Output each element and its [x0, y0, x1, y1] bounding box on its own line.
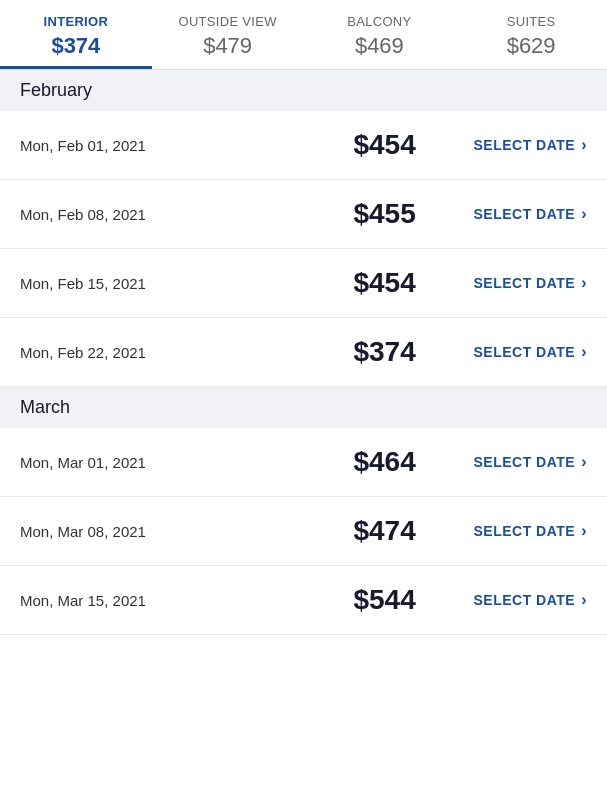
date-feb-22: Mon, Feb 22, 2021 — [20, 344, 353, 361]
cabin-type-tabs: INTERIOR $374 OUTSIDE VIEW $479 BALCONY … — [0, 0, 607, 70]
tab-interior-label: INTERIOR — [44, 14, 109, 29]
price-mar-08: $474 — [353, 515, 443, 547]
tab-suites-label: SUITES — [507, 14, 556, 29]
price-mar-01: $464 — [353, 446, 443, 478]
select-date-feb-15[interactable]: SELECT DATE › — [473, 274, 587, 292]
tab-interior-price: $374 — [51, 33, 100, 59]
chevron-right-icon: › — [581, 205, 587, 223]
tab-outside-view[interactable]: OUTSIDE VIEW $479 — [152, 0, 304, 69]
date-row-feb-01: Mon, Feb 01, 2021 $454 SELECT DATE › — [0, 111, 607, 180]
tab-balcony-label: BALCONY — [347, 14, 411, 29]
chevron-right-icon: › — [581, 274, 587, 292]
date-row-mar-08: Mon, Mar 08, 2021 $474 SELECT DATE › — [0, 497, 607, 566]
select-date-mar-08-label: SELECT DATE — [473, 523, 575, 539]
select-date-feb-15-label: SELECT DATE — [473, 275, 575, 291]
select-date-mar-01-label: SELECT DATE — [473, 454, 575, 470]
price-feb-08: $455 — [353, 198, 443, 230]
select-date-feb-08[interactable]: SELECT DATE › — [473, 205, 587, 223]
date-feb-01: Mon, Feb 01, 2021 — [20, 137, 353, 154]
tab-interior[interactable]: INTERIOR $374 — [0, 0, 152, 69]
date-row-feb-08: Mon, Feb 08, 2021 $455 SELECT DATE › — [0, 180, 607, 249]
price-feb-01: $454 — [353, 129, 443, 161]
chevron-right-icon: › — [581, 343, 587, 361]
select-date-mar-15-label: SELECT DATE — [473, 592, 575, 608]
select-date-feb-08-label: SELECT DATE — [473, 206, 575, 222]
chevron-right-icon: › — [581, 591, 587, 609]
tab-balcony[interactable]: BALCONY $469 — [304, 0, 456, 69]
tab-suites[interactable]: SUITES $629 — [455, 0, 607, 69]
date-row-feb-15: Mon, Feb 15, 2021 $454 SELECT DATE › — [0, 249, 607, 318]
price-feb-22: $374 — [353, 336, 443, 368]
date-mar-08: Mon, Mar 08, 2021 — [20, 523, 353, 540]
date-row-feb-22: Mon, Feb 22, 2021 $374 SELECT DATE › — [0, 318, 607, 387]
price-feb-15: $454 — [353, 267, 443, 299]
select-date-mar-01[interactable]: SELECT DATE › — [473, 453, 587, 471]
section-header-february: February — [0, 70, 607, 111]
tab-balcony-price: $469 — [355, 33, 404, 59]
section-header-march: March — [0, 387, 607, 428]
date-row-mar-01: Mon, Mar 01, 2021 $464 SELECT DATE › — [0, 428, 607, 497]
date-feb-08: Mon, Feb 08, 2021 — [20, 206, 353, 223]
date-mar-01: Mon, Mar 01, 2021 — [20, 454, 353, 471]
chevron-right-icon: › — [581, 522, 587, 540]
date-row-mar-15: Mon, Mar 15, 2021 $544 SELECT DATE › — [0, 566, 607, 635]
select-date-mar-08[interactable]: SELECT DATE › — [473, 522, 587, 540]
select-date-feb-01[interactable]: SELECT DATE › — [473, 136, 587, 154]
date-mar-15: Mon, Mar 15, 2021 — [20, 592, 353, 609]
chevron-right-icon: › — [581, 136, 587, 154]
select-date-feb-22-label: SELECT DATE — [473, 344, 575, 360]
select-date-feb-01-label: SELECT DATE — [473, 137, 575, 153]
select-date-mar-15[interactable]: SELECT DATE › — [473, 591, 587, 609]
price-mar-15: $544 — [353, 584, 443, 616]
tab-suites-price: $629 — [507, 33, 556, 59]
tab-outside-view-price: $479 — [203, 33, 252, 59]
date-feb-15: Mon, Feb 15, 2021 — [20, 275, 353, 292]
select-date-feb-22[interactable]: SELECT DATE › — [473, 343, 587, 361]
chevron-right-icon: › — [581, 453, 587, 471]
tab-outside-view-label: OUTSIDE VIEW — [179, 14, 277, 29]
